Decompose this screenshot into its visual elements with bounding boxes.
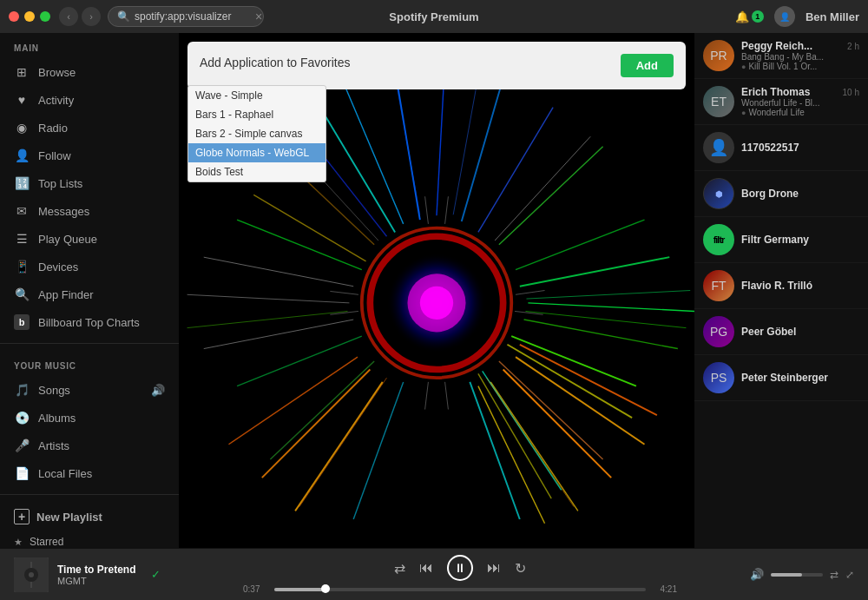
sidebar-item-songs[interactable]: 🎵 Songs 🔊	[0, 376, 179, 404]
app-list-item-globe[interactable]: Globe Normals - WebGL	[188, 143, 326, 162]
next-button[interactable]: ⏭	[487, 560, 501, 576]
play-queue-icon: ☰	[14, 231, 30, 247]
close-icon[interactable]: ×	[252, 10, 266, 23]
sidebar-item-billboard[interactable]: b Billboard Top Charts	[0, 308, 179, 336]
friend-album: Kill Bill Vol. 1 Or...	[748, 62, 817, 71]
sidebar-item-play-queue[interactable]: ☰ Play Queue	[0, 225, 179, 253]
friend-item-borg[interactable]: ⬢ Borg Drone	[694, 171, 868, 217]
back-button[interactable]: ‹	[59, 7, 78, 26]
friend-album: Wonderful Life	[748, 108, 804, 117]
friend-item-filtr[interactable]: filtr Filtr Germany	[694, 217, 868, 263]
repeat-icon-button[interactable]: ⇄	[830, 569, 838, 581]
track-title: Time to Pretend	[57, 564, 135, 576]
sidebar-item-label: Browse	[38, 66, 76, 79]
friend-time: 10 h	[843, 88, 859, 97]
app-list-item-boids[interactable]: Boids Test	[188, 162, 326, 181]
friend-info-flavio: Flavio R. Trilló	[741, 280, 859, 292]
sidebar-item-albums[interactable]: 💿 Albums	[0, 404, 179, 432]
sidebar-item-label: Devices	[38, 260, 78, 274]
search-input[interactable]	[135, 10, 247, 23]
sidebar-item-messages[interactable]: ✉ Messages	[0, 197, 179, 225]
plus-icon: +	[14, 509, 30, 524]
friend-avatar-filtr: filtr	[703, 224, 734, 255]
sidebar-item-label: Local Files	[38, 467, 92, 480]
activity-icon: ♥	[14, 92, 30, 108]
app-list[interactable]: Wave - Simple Bars 1 - Raphael Bars 2 - …	[187, 85, 326, 182]
app-finder-icon: 🔍	[14, 287, 30, 302]
title-right: 🔔 1 👤 Ben Miller	[735, 6, 859, 27]
control-buttons: ⇄ ⏮ ⏸ ⏭ ↻	[394, 555, 526, 581]
progress-bar[interactable]	[274, 588, 646, 591]
content-area: Add Application to Favorites Add Wave - …	[179, 33, 694, 548]
play-pause-button[interactable]: ⏸	[447, 555, 473, 581]
browse-icon: ⊞	[14, 64, 30, 80]
svg-point-60	[29, 572, 34, 577]
new-playlist-button[interactable]: + New Playlist	[0, 502, 179, 531]
app-list-item-wave[interactable]: Wave - Simple	[188, 86, 326, 105]
friend-name: Peer Göbel	[741, 326, 859, 338]
sidebar-item-app-finder[interactable]: 🔍 App Finder	[0, 280, 179, 308]
saved-checkmark[interactable]: ✓	[151, 568, 161, 581]
user-name: Ben Miller	[806, 10, 859, 23]
titlebar: ‹ › 🔍 × Spotify Premium 🔔 1 👤 Ben Miller	[0, 0, 868, 33]
notifications-button[interactable]: 🔔 1	[735, 10, 764, 23]
sidebar-item-browse[interactable]: ⊞ Browse	[0, 58, 179, 86]
minimize-button[interactable]	[24, 11, 35, 22]
star-icon: ★	[14, 537, 23, 548]
fullscreen-button[interactable]: ⤢	[845, 569, 854, 581]
player-controls: ⇄ ⏮ ⏸ ⏭ ↻ 0:37 4:21	[215, 555, 705, 594]
sidebar-item-label: Messages	[38, 205, 89, 218]
playlist-item-starred[interactable]: ★ Starred	[0, 531, 179, 548]
friend-name: Peter Steinberger	[741, 372, 859, 384]
sidebar-item-activity[interactable]: ♥ Activity	[0, 86, 179, 114]
friend-info-filtr: Filtr Germany	[741, 234, 859, 246]
local-files-icon: 📄	[14, 465, 30, 481]
sidebar-item-label: Activity	[38, 94, 74, 107]
track-thumbnail	[14, 557, 49, 592]
sidebar-item-devices[interactable]: 📱 Devices	[0, 253, 179, 280]
sidebar-item-radio[interactable]: ◉ Radio	[0, 114, 179, 142]
friend-item-peggy[interactable]: PR Peggy Reich... 2 h Bang Bang - My Ba.…	[694, 33, 868, 79]
search-bar[interactable]: 🔍 ×	[108, 6, 264, 27]
add-button[interactable]: Add	[621, 54, 674, 77]
visualizer-background: Add Application to Favorites Add Wave - …	[179, 33, 694, 548]
friend-avatar-borg: ⬢	[703, 178, 734, 209]
friend-item-peter[interactable]: PS Peter Steinberger	[694, 355, 868, 401]
forward-button[interactable]: ›	[82, 7, 101, 26]
maximize-button[interactable]	[40, 11, 50, 22]
devices-icon: 📱	[14, 259, 30, 274]
sidebar-item-local-files[interactable]: 📄 Local Files	[0, 459, 179, 487]
svg-point-3	[420, 287, 453, 320]
friend-track: Wonderful Life - Bl...	[741, 98, 859, 108]
time-total: 4:21	[653, 584, 677, 594]
friend-info-erich: Erich Thomas 10 h Wonderful Life - Bl...…	[741, 86, 859, 117]
track-artist: MGMT	[57, 576, 135, 586]
friend-name: Peggy Reich...	[741, 40, 812, 52]
sidebar-item-artists[interactable]: 🎤 Artists	[0, 432, 179, 459]
friend-info-peter: Peter Steinberger	[741, 372, 859, 384]
app-list-item-bars1[interactable]: Bars 1 - Raphael	[188, 105, 326, 124]
main-section-label: MAIN	[0, 33, 179, 58]
sidebar-item-follow[interactable]: 👤 Follow	[0, 142, 179, 169]
friend-item-peer[interactable]: PG Peer Göbel	[694, 309, 868, 355]
player-bar: Time to Pretend MGMT ✓ ⇄ ⏮ ⏸ ⏭ ↻ 0:37 4:…	[0, 548, 868, 600]
friend-item-erich[interactable]: ET Erich Thomas 10 h Wonderful Life - Bl…	[694, 79, 868, 125]
friend-info-peer: Peer Göbel	[741, 326, 859, 338]
previous-button[interactable]: ⏮	[419, 560, 433, 576]
friend-item-flavio[interactable]: FT Flavio R. Trilló	[694, 263, 868, 309]
search-icon: 🔍	[117, 10, 130, 23]
repeat-button[interactable]: ↻	[515, 560, 526, 577]
user-avatar[interactable]: 👤	[774, 6, 795, 27]
friend-avatar-erich: ET	[703, 86, 734, 117]
shuffle-button[interactable]: ⇄	[394, 560, 405, 577]
volume-bar[interactable]	[771, 573, 823, 577]
add-app-dialog: Add Application to Favorites Add	[187, 42, 686, 89]
friend-name: 1170522517	[741, 142, 859, 154]
friend-time: 2 h	[847, 42, 859, 51]
sidebar-item-top-lists[interactable]: 🔢 Top Lists	[0, 169, 179, 197]
notification-badge: 1	[752, 10, 764, 23]
app-list-item-bars2[interactable]: Bars 2 - Simple canvas	[188, 124, 326, 143]
friend-item-anon[interactable]: 👤 1170522517	[694, 125, 868, 171]
volume-icon: 🔊	[750, 568, 764, 581]
close-button[interactable]	[9, 11, 19, 22]
